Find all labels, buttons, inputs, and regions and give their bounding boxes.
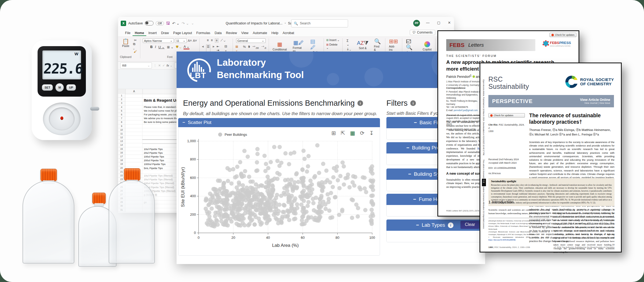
addins-button[interactable]: ⊞⊞Add-ins (388, 38, 400, 51)
insert-cells-button[interactable]: ⊞ Insert ⌄ (326, 38, 340, 42)
menu-tab-formulas[interactable]: Formulas (194, 31, 213, 35)
minimize-icon[interactable]: — (426, 21, 430, 25)
avatar[interactable]: PP (413, 20, 420, 27)
maximize-icon[interactable]: ▢ (437, 21, 440, 25)
cc-by-icon[interactable]: cc BY (482, 179, 486, 186)
set-button[interactable]: SET (42, 84, 53, 91)
font-size-select[interactable]: 11⌄ (175, 38, 187, 43)
menu-tab-acrobat[interactable]: Acrobat (280, 31, 296, 35)
menu-tab-data[interactable]: Data (213, 31, 224, 35)
font-name-select[interactable]: Aptos Narrow⌄ (143, 38, 174, 43)
bold-icon[interactable]: B (150, 45, 153, 49)
align-middle-icon[interactable]: ≡ (211, 38, 213, 43)
menu-tab-help[interactable]: Help (269, 31, 280, 35)
view-article-online-link[interactable]: View Article Online (580, 98, 610, 102)
indent-icon[interactable]: ⇤ ⇥ (217, 45, 222, 52)
row-number[interactable]: 13 (118, 140, 125, 143)
undo-icon[interactable]: ↶ ⌄ (172, 21, 180, 25)
row-number[interactable]: 5 (118, 109, 125, 113)
search-input[interactable]: 🔍 Search (291, 19, 348, 27)
find-select-button[interactable]: 🔍Find & (372, 38, 382, 51)
borders-icon[interactable]: ⊞ ⌄ (167, 45, 173, 49)
menu-tab-review[interactable]: Review (224, 31, 239, 35)
align-left-icon[interactable]: ⫷ (202, 45, 204, 52)
row-number[interactable]: 18 (118, 159, 125, 162)
orientation-icon[interactable]: ⟋ ⌄ (221, 38, 225, 43)
email-link[interactable]: penndorf.pa@gmail.com (454, 109, 478, 112)
row-number[interactable]: 15 (118, 147, 125, 151)
row-number[interactable]: 7 (118, 117, 125, 120)
column-header-a[interactable]: A (126, 89, 143, 94)
info-icon[interactable]: i (357, 100, 363, 106)
redo-icon[interactable]: ↷ ⌄ (182, 21, 189, 25)
info-icon[interactable]: i (448, 222, 453, 228)
accounting-icon[interactable]: 🏛 ⌄ (235, 45, 241, 52)
row-number[interactable]: 9 (118, 124, 125, 128)
scatter-chart[interactable]: 02004006008001,000020406080100Lab Area (… (178, 127, 380, 255)
copilot-button[interactable]: Copilot (421, 41, 433, 51)
decrease-decimal-icon[interactable]: ⁻⁰.0 (261, 45, 266, 52)
number-format-select[interactable]: General⌄ (236, 38, 266, 43)
document-title[interactable]: Quantification of Impacts for Laborat... (226, 21, 283, 25)
comma-icon[interactable]: 𝟗 (248, 45, 250, 52)
paste-label[interactable]: Paste (122, 44, 129, 47)
merge-icon[interactable]: ⊟ ⌄ (225, 45, 230, 52)
italic-icon[interactable]: I (155, 45, 156, 49)
row-number[interactable]: 14 (118, 143, 125, 147)
row-number[interactable]: 12 (118, 136, 125, 140)
menu-tab-insert[interactable]: Insert (146, 31, 159, 35)
menu-tab-home[interactable]: Home (133, 31, 146, 36)
align-top-icon[interactable]: ≡ (207, 38, 209, 43)
up-button[interactable]: UP (66, 84, 76, 91)
paste-icon[interactable]: 📋 (122, 38, 129, 44)
esi-doi-link[interactable]: https://doi.org/10.1039/d4su00056k (488, 239, 516, 241)
enter-icon[interactable]: ✓ (162, 64, 165, 67)
format-painter-icon[interactable]: 🖌 (134, 50, 137, 53)
row-number[interactable]: 4 (118, 105, 125, 109)
download-icon[interactable]: ↧ (369, 130, 374, 136)
view-journal-links[interactable]: View Journal | View Issue (580, 102, 610, 104)
align-right-icon[interactable]: ⫸ (213, 45, 214, 52)
cancel-icon[interactable]: ✕ (158, 64, 161, 67)
row-number[interactable]: 1 (118, 94, 125, 98)
menu-tab-automate[interactable]: Automate (251, 31, 269, 35)
underline-icon[interactable]: U ⌄ (158, 45, 164, 49)
filter-panel-body[interactable] (386, 231, 483, 242)
sort-filter-button[interactable]: AZ⧩Sort & (356, 40, 370, 50)
orcid-icon[interactable] (473, 75, 475, 78)
align-bottom-icon[interactable]: ≡ (215, 38, 218, 43)
format-as-table-button[interactable]: ▦🖉Format as (291, 40, 306, 53)
box-zoom-icon[interactable]: ⊞ (331, 130, 336, 136)
delete-cells-button[interactable]: ⊠ Delete ⌄ (326, 43, 340, 49)
row-number[interactable]: 8 (118, 120, 125, 124)
box-select-icon[interactable]: ⇱ (341, 130, 345, 136)
row-number[interactable]: 10 (118, 128, 125, 132)
fill-icon[interactable]: ⤓ ⌄ (347, 47, 351, 51)
menu-tab-draw[interactable]: Draw (159, 31, 171, 35)
fx-icon[interactable]: fx ⌄ (167, 64, 173, 67)
check-for-updates-badge[interactable]: Check for updates (488, 113, 525, 118)
font-color-icon[interactable]: A ⌄ (184, 45, 189, 49)
row-number[interactable]: 3 (118, 101, 125, 105)
menu-tab-page-layout[interactable]: Page Layout (171, 31, 194, 35)
row-number[interactable]: 2 (118, 98, 125, 101)
info-icon[interactable]: i (410, 100, 416, 106)
row-number[interactable]: 6 (118, 113, 125, 117)
ribbon-options-icon[interactable]: ⌄ (191, 21, 194, 25)
check-for-updates-badge[interactable]: Check for updates (550, 33, 576, 37)
align-center-icon[interactable]: ☰ (206, 45, 211, 52)
conditional-formatting-button[interactable]: ▦Conditional (271, 41, 288, 51)
scatter-panel-header[interactable]: − Scatter Plot (178, 118, 380, 127)
menu-tab-file[interactable]: File (123, 31, 133, 35)
clear-button[interactable]: Clear (460, 221, 479, 229)
fill-color-icon[interactable]: ⛊ ⌄ (176, 45, 181, 49)
percent-icon[interactable]: % (243, 45, 246, 52)
row-number[interactable]: 11 (118, 132, 125, 136)
journal-link[interactable]: rsc.li/rscsus (488, 172, 529, 175)
increase-decimal-icon[interactable]: ⁺⁰.00 (252, 45, 259, 52)
select-all-corner[interactable] (118, 89, 126, 94)
name-box[interactable]: I68⌄ (120, 63, 152, 68)
filter-panel-header[interactable]: −Lab TypesiClearEdit (386, 219, 483, 231)
autosave-toggle[interactable] (145, 21, 153, 25)
comments-button[interactable]: 🗩 Comments (410, 30, 435, 35)
